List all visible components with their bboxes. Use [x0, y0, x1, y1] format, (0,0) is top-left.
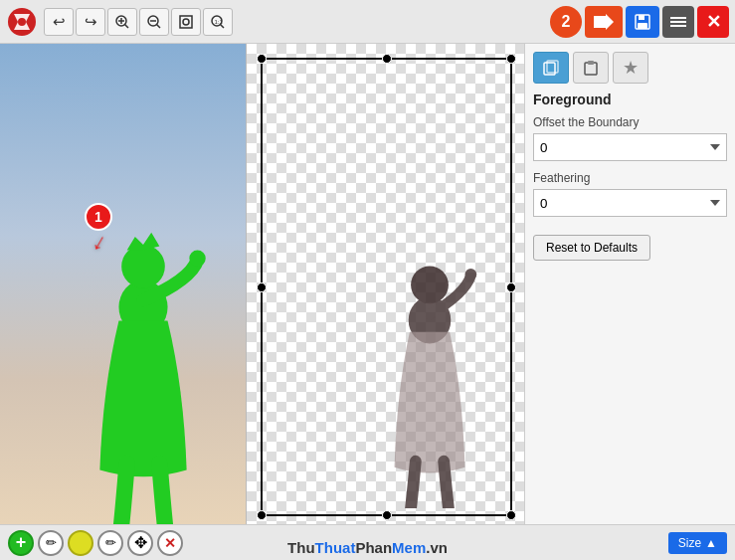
add-foreground-button[interactable]: + [8, 530, 34, 556]
toolbar-right: 2 ✕ [550, 6, 729, 38]
feathering-label: Feathering [533, 171, 727, 185]
save-button[interactable] [626, 6, 659, 38]
badge2-number: 2 [562, 13, 571, 31]
svg-rect-9 [180, 16, 192, 28]
erase-foreground-button[interactable]: ✏ [38, 530, 64, 556]
zoom-actual-button[interactable]: 1:1 [203, 8, 233, 36]
badge1: 1 [85, 203, 112, 231]
svg-rect-30 [588, 61, 594, 65]
zoom-in-button[interactable] [107, 8, 137, 36]
size-button[interactable]: Size ▲ [668, 532, 727, 554]
handle-ml[interactable] [257, 282, 267, 292]
watermark-phan: Phan [355, 539, 392, 556]
handle-bm[interactable] [382, 510, 392, 520]
export-button[interactable] [585, 6, 623, 38]
main-area: 1 ↓ [0, 44, 735, 524]
svg-point-22 [121, 245, 165, 288]
handle-br[interactable] [506, 510, 516, 520]
panel-title: Foreground [533, 92, 727, 107]
watermark-mem: Mem [392, 539, 426, 556]
erase-background-button[interactable]: ✏ [97, 530, 123, 556]
zoom-out-button[interactable] [139, 8, 169, 36]
handle-tl[interactable] [257, 54, 267, 64]
feathering-select[interactable]: 0 [533, 189, 727, 217]
handle-bl[interactable] [257, 510, 267, 520]
watermark: ThuThuatPhanMem.vn [287, 539, 448, 556]
zoom-fit-button[interactable] [171, 8, 201, 36]
tab-paste[interactable] [573, 52, 609, 84]
center-panel-result [247, 44, 524, 524]
add-background-button[interactable] [68, 530, 93, 556]
handle-tr[interactable] [506, 54, 516, 64]
right-panel-controls: ★ Foreground Offset the Boundary 0 Feath… [524, 44, 735, 524]
undo-button[interactable]: ↩ [44, 8, 74, 36]
move-tool-button[interactable]: ✥ [127, 530, 153, 556]
watermark-thuat: Thuat [315, 539, 356, 556]
watermark-thu: Thu [287, 539, 315, 556]
offset-label: Offset the Boundary [533, 115, 727, 129]
selection-box [261, 58, 512, 516]
svg-line-12 [221, 24, 225, 28]
svg-marker-14 [594, 14, 614, 30]
handle-tm[interactable] [382, 54, 392, 64]
svg-rect-16 [639, 15, 644, 20]
offset-select[interactable]: 0 [533, 133, 727, 161]
svg-point-10 [183, 19, 189, 25]
bottom-toolbar: + ✏ ✏ ✥ ✕ ThuThuatPhanMem.vn Size ▲ [0, 524, 735, 560]
svg-line-7 [157, 24, 161, 28]
delete-button[interactable]: ✕ [157, 530, 183, 556]
badge2-circle: 2 [550, 6, 582, 38]
person-green-silhouette [74, 226, 213, 524]
svg-line-3 [125, 24, 129, 28]
app-logo [6, 6, 38, 38]
reset-defaults-button[interactable]: Reset to Defaults [533, 235, 650, 261]
svg-point-23 [189, 251, 205, 267]
left-panel-original: 1 ↓ [0, 44, 247, 524]
size-arrow-icon: ▲ [705, 536, 717, 550]
svg-rect-17 [638, 23, 647, 29]
redo-button[interactable]: ↪ [76, 8, 105, 36]
tab-favorites[interactable]: ★ [613, 52, 648, 84]
close-button[interactable]: ✕ [697, 6, 729, 38]
menu-button[interactable] [662, 6, 694, 38]
top-toolbar: ↩ ↪ 1:1 2 ✕ [0, 0, 735, 44]
svg-text:1:1: 1:1 [215, 19, 224, 25]
svg-point-1 [18, 18, 26, 26]
handle-mr[interactable] [506, 282, 516, 292]
badge2-container: 2 [550, 6, 582, 38]
tab-copy[interactable] [533, 52, 569, 84]
watermark-vn: .vn [426, 539, 448, 556]
right-panel-tabs: ★ [533, 52, 727, 84]
